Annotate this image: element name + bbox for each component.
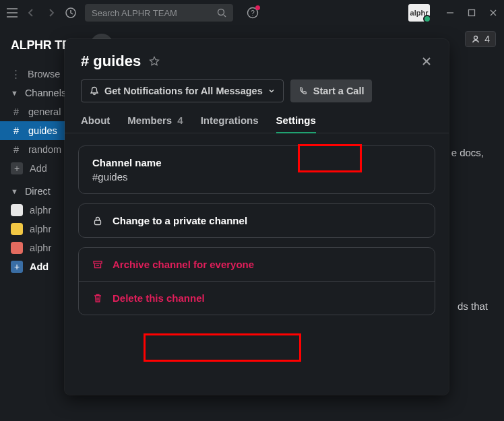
archive-channel-button[interactable]: Archive channel for everyone — [79, 248, 435, 281]
svg-point-5 — [474, 36, 478, 40]
nav-forward-icon[interactable] — [46, 7, 57, 18]
bg-text-fragment: e docs, — [451, 147, 484, 158]
svg-text:?: ? — [251, 9, 255, 17]
svg-point-1 — [218, 9, 224, 15]
search-input[interactable]: Search ALPHR TEAM — [85, 4, 233, 22]
lock-icon — [92, 216, 103, 226]
phone-icon — [298, 86, 308, 96]
search-icon — [217, 8, 226, 18]
start-call-button[interactable]: Start a Call — [290, 79, 373, 102]
archive-icon — [92, 259, 103, 270]
window-minimize-icon[interactable] — [446, 9, 454, 17]
tab-settings[interactable]: Settings — [276, 115, 316, 133]
svg-rect-4 — [469, 10, 475, 16]
hash-icon: # — [11, 125, 22, 136]
workspace-name[interactable]: ALPHR TE — [11, 38, 70, 53]
panel-channel-name[interactable]: Channel name #guides — [78, 145, 435, 194]
workspace-logo[interactable]: alphr — [408, 4, 430, 22]
plus-icon: + — [11, 261, 23, 273]
grip-icon: ⋮ — [11, 69, 21, 79]
chevron-down-icon — [268, 88, 275, 94]
svg-rect-6 — [95, 220, 101, 225]
person-icon — [471, 34, 480, 44]
caret-down-icon: ▼ — [11, 187, 18, 195]
tab-members[interactable]: Members 4 — [127, 115, 183, 133]
bell-icon — [90, 86, 99, 96]
svg-rect-7 — [94, 261, 102, 263]
panel-privacy[interactable]: Change to a private channel — [78, 203, 435, 238]
member-count-button[interactable]: 4 — [465, 31, 496, 47]
channel-name-value: #guides — [92, 171, 421, 183]
hash-icon: # — [11, 106, 22, 117]
avatar — [11, 223, 23, 235]
window-maximize-icon[interactable] — [468, 9, 476, 17]
search-placeholder: Search ALPHR TEAM — [92, 8, 177, 18]
hamburger-icon[interactable] — [7, 8, 18, 18]
tab-integrations[interactable]: Integrations — [201, 115, 259, 133]
tab-about[interactable]: About — [81, 115, 110, 133]
window-close-icon[interactable] — [489, 9, 497, 17]
history-icon[interactable] — [65, 7, 77, 19]
channel-name-label: Channel name — [92, 157, 421, 168]
bg-text-fragment: ds that — [458, 300, 488, 312]
caret-down-icon: ▼ — [11, 89, 18, 97]
hash-icon: # — [11, 144, 22, 155]
avatar — [11, 242, 23, 254]
trash-icon — [92, 293, 103, 304]
highlight-delete — [144, 333, 301, 362]
avatar — [11, 204, 23, 216]
notification-dot — [255, 5, 260, 10]
delete-channel-button[interactable]: Delete this channel — [79, 281, 435, 315]
highlight-settings — [298, 144, 362, 172]
help-button[interactable]: ? — [247, 7, 259, 19]
notifications-button[interactable]: Get Notifications for All Messages — [81, 79, 284, 102]
plus-icon: + — [11, 162, 23, 174]
modal-title: # guides — [81, 53, 141, 70]
change-private-label: Change to a private channel — [113, 215, 247, 226]
delete-label: Delete this channel — [113, 292, 205, 304]
close-icon[interactable] — [420, 55, 433, 67]
nav-back-icon[interactable] — [26, 7, 36, 18]
archive-label: Archive channel for everyone — [113, 259, 254, 270]
star-icon[interactable] — [149, 56, 160, 67]
